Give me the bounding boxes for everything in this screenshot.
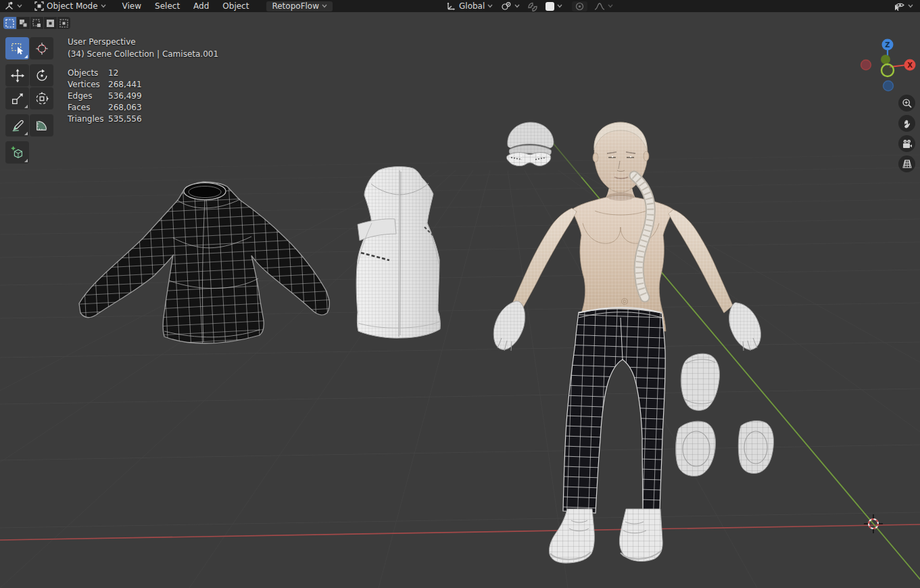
camera-view-button[interactable] [898, 135, 915, 152]
object-pants[interactable] [563, 308, 665, 513]
view-gizmo[interactable]: Z X [861, 39, 916, 91]
transform-orientation-dropdown[interactable]: Global [445, 0, 494, 12]
select-mode-invert[interactable] [44, 17, 57, 29]
viewport-overlay-info: User Perspective (34) Scene Collection |… [68, 37, 218, 126]
editor-type-button[interactable] [0, 0, 26, 12]
viewport-header: Object Mode View Select Add Object Retop… [0, 0, 920, 12]
axis-lines [0, 128, 920, 588]
tool-cursor[interactable] [30, 37, 53, 59]
retopoflow-menu[interactable]: RetopoFlow [266, 1, 333, 11]
object-mode-icon [34, 1, 44, 11]
orientation-label: Global [459, 1, 485, 11]
scale-icon [10, 91, 25, 106]
menu-select[interactable]: Select [148, 1, 187, 11]
pivot-point-icon [501, 1, 512, 11]
annotate-pen-icon [10, 118, 25, 133]
object-glove-left[interactable] [493, 301, 525, 351]
object-pouch-2[interactable] [676, 421, 716, 476]
object-shoe-right[interactable] [619, 509, 662, 562]
tool-move[interactable] [5, 64, 29, 87]
projection-toggle-button[interactable] [898, 155, 915, 172]
snap-toggle[interactable] [527, 0, 539, 12]
scene-statistics: Objects 12 Vertices 268,441 Edges 536,49… [68, 69, 218, 126]
pivot-point-dropdown[interactable] [500, 0, 521, 12]
mode-label: Object Mode [47, 1, 98, 11]
blender-window: Z X Object Mode View Select Add Object R… [0, 0, 920, 588]
mode-dropdown[interactable]: Object Mode [30, 0, 110, 12]
tool-scale[interactable] [5, 87, 29, 109]
proportional-editing-icon [575, 2, 584, 11]
stat-objects: Objects 12 [68, 69, 218, 80]
floor-grid [0, 155, 920, 588]
select-mode-extend[interactable] [17, 17, 30, 29]
tool-shelf [5, 37, 53, 164]
chevron-down-icon [101, 4, 106, 8]
select-mode-subtract[interactable] [30, 17, 43, 29]
x-axis-line [0, 524, 920, 540]
falloff-dropdown[interactable] [593, 0, 614, 12]
stat-triangles: Triangles 535,556 [68, 115, 218, 126]
zoom-icon [902, 98, 913, 109]
select-box-icon [10, 41, 25, 56]
gizmo-neg-z [883, 81, 894, 91]
select-subtract-icon [32, 19, 41, 28]
object-visibility-dropdown[interactable] [889, 0, 917, 12]
select-mode-set[interactable] [3, 17, 16, 29]
tool-measure[interactable] [30, 114, 53, 137]
gizmo-y-ring [881, 64, 894, 76]
object-cap[interactable] [508, 122, 554, 156]
object-pouch-3[interactable] [738, 421, 773, 474]
measure-icon [34, 118, 49, 133]
tool-rotate[interactable] [30, 64, 53, 87]
chevron-down-icon [514, 4, 520, 8]
cursor-tool-icon [34, 41, 49, 56]
zoom-button[interactable] [898, 95, 915, 112]
pan-button[interactable] [898, 115, 915, 132]
menu-object[interactable]: Object [216, 1, 256, 11]
chevron-down-icon [322, 4, 327, 8]
view-perspective-label: User Perspective [68, 37, 218, 49]
stat-faces: Faces 268,063 [68, 103, 218, 115]
object-pouch-1[interactable] [681, 353, 719, 410]
stat-edges: Edges 536,499 [68, 92, 218, 103]
select-mode-row [3, 17, 70, 29]
gizmo-neg-x [861, 60, 871, 70]
chevron-down-icon [908, 4, 913, 8]
stat-vertices: Vertices 268,441 [68, 80, 218, 92]
chevron-down-icon [487, 4, 493, 8]
falloff-curve-icon [594, 2, 605, 11]
menu-add[interactable]: Add [187, 1, 216, 11]
hand-icon [902, 118, 912, 129]
tool-add-cube[interactable] [5, 141, 29, 164]
object-glove-right[interactable] [729, 303, 761, 351]
3d-viewport-editor-icon [4, 1, 14, 11]
gizmo-y [881, 55, 890, 64]
snap-target-dropdown[interactable] [544, 0, 564, 12]
object-vest[interactable] [356, 167, 440, 339]
camera-icon [902, 139, 913, 149]
object-shoe-left[interactable] [549, 509, 594, 563]
chevron-down-icon [17, 4, 22, 8]
menu-view[interactable]: View [116, 1, 148, 11]
transform-icon [34, 91, 49, 106]
perspective-grid-icon [902, 159, 913, 169]
object-shirt-camiseta[interactable] [79, 182, 329, 343]
move-icon [10, 68, 25, 83]
select-invert-icon [46, 19, 55, 28]
select-mode-intersect[interactable] [57, 17, 70, 29]
gizmo-x-label: X [907, 62, 913, 69]
tool-select-box[interactable] [5, 37, 29, 59]
retopoflow-label: RetopoFlow [272, 1, 319, 11]
rotate-icon [34, 68, 49, 83]
orientation-axes-icon [446, 1, 456, 11]
tool-transform[interactable] [30, 87, 53, 109]
magnet-icon [527, 1, 538, 11]
chevron-down-icon [557, 4, 562, 8]
tool-annotate[interactable] [5, 114, 29, 137]
gizmo-z-label: Z [885, 41, 890, 49]
proportional-editing-toggle[interactable] [572, 1, 587, 11]
chevron-down-icon [608, 4, 613, 8]
select-set-icon [5, 19, 14, 28]
object-glasses[interactable] [506, 153, 550, 166]
context-breadcrumb: (34) Scene Collection | Camiseta.001 [68, 49, 218, 62]
